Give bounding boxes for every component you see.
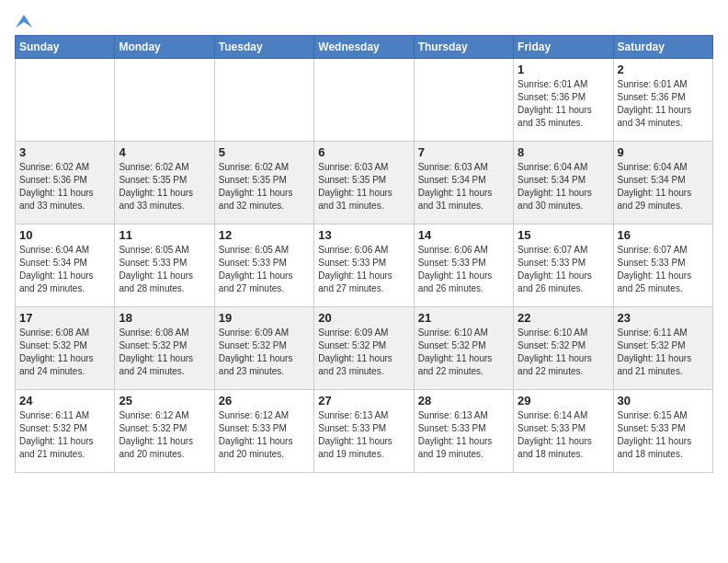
- calendar-header-monday: Monday: [115, 36, 214, 59]
- calendar-week-1: 1Sunrise: 6:01 AM Sunset: 5:36 PM Daylig…: [16, 59, 713, 142]
- calendar-cell: 17Sunrise: 6:08 AM Sunset: 5:32 PM Dayli…: [16, 307, 115, 390]
- day-number: 21: [418, 311, 509, 325]
- calendar-cell: 25Sunrise: 6:12 AM Sunset: 5:32 PM Dayli…: [115, 390, 214, 473]
- day-number: 9: [618, 145, 709, 159]
- calendar-cell: 15Sunrise: 6:07 AM Sunset: 5:33 PM Dayli…: [514, 224, 613, 307]
- logo-bird-icon: [16, 15, 32, 28]
- calendar-header-saturday: Saturday: [613, 36, 712, 59]
- day-number: 27: [318, 394, 409, 408]
- day-number: 16: [618, 228, 709, 242]
- calendar-cell: [16, 59, 115, 142]
- day-info: Sunrise: 6:12 AM Sunset: 5:32 PM Dayligh…: [119, 409, 210, 461]
- day-info: Sunrise: 6:08 AM Sunset: 5:32 PM Dayligh…: [119, 327, 210, 378]
- calendar-cell: 8Sunrise: 6:04 AM Sunset: 5:34 PM Daylig…: [514, 142, 613, 224]
- day-info: Sunrise: 6:04 AM Sunset: 5:34 PM Dayligh…: [19, 244, 110, 295]
- day-info: Sunrise: 6:06 AM Sunset: 5:33 PM Dayligh…: [418, 244, 509, 295]
- day-info: Sunrise: 6:02 AM Sunset: 5:36 PM Dayligh…: [19, 161, 110, 213]
- calendar-cell: 9Sunrise: 6:04 AM Sunset: 5:34 PM Daylig…: [613, 142, 712, 224]
- day-info: Sunrise: 6:04 AM Sunset: 5:34 PM Dayligh…: [618, 161, 709, 213]
- day-number: 15: [518, 228, 609, 242]
- calendar-cell: 12Sunrise: 6:05 AM Sunset: 5:33 PM Dayli…: [214, 224, 313, 307]
- day-info: Sunrise: 6:09 AM Sunset: 5:32 PM Dayligh…: [318, 327, 409, 378]
- calendar-header-thursday: Thursday: [414, 36, 513, 59]
- day-number: 7: [418, 145, 509, 159]
- calendar-header-sunday: Sunday: [16, 36, 115, 59]
- calendar-cell: [214, 59, 313, 142]
- day-info: Sunrise: 6:05 AM Sunset: 5:33 PM Dayligh…: [219, 244, 310, 295]
- calendar-cell: 18Sunrise: 6:08 AM Sunset: 5:32 PM Dayli…: [115, 307, 214, 390]
- day-info: Sunrise: 6:13 AM Sunset: 5:33 PM Dayligh…: [318, 409, 409, 461]
- day-number: 14: [418, 228, 509, 242]
- calendar-cell: 10Sunrise: 6:04 AM Sunset: 5:34 PM Dayli…: [16, 224, 115, 307]
- calendar-week-3: 10Sunrise: 6:04 AM Sunset: 5:34 PM Dayli…: [16, 224, 713, 307]
- day-number: 25: [119, 394, 210, 408]
- page-header: [15, 15, 713, 24]
- calendar-cell: 19Sunrise: 6:09 AM Sunset: 5:32 PM Dayli…: [214, 307, 313, 390]
- day-info: Sunrise: 6:02 AM Sunset: 5:35 PM Dayligh…: [219, 161, 310, 213]
- day-info: Sunrise: 6:14 AM Sunset: 5:33 PM Dayligh…: [518, 409, 609, 461]
- day-number: 6: [318, 145, 409, 159]
- day-info: Sunrise: 6:10 AM Sunset: 5:32 PM Dayligh…: [418, 327, 509, 378]
- calendar-header-friday: Friday: [514, 36, 613, 59]
- day-info: Sunrise: 6:10 AM Sunset: 5:32 PM Dayligh…: [518, 327, 609, 378]
- calendar-cell: [314, 59, 414, 142]
- calendar-week-4: 17Sunrise: 6:08 AM Sunset: 5:32 PM Dayli…: [16, 307, 713, 390]
- day-number: 22: [518, 311, 609, 325]
- day-number: 2: [618, 63, 709, 76]
- day-info: Sunrise: 6:01 AM Sunset: 5:36 PM Dayligh…: [618, 78, 709, 130]
- day-info: Sunrise: 6:15 AM Sunset: 5:33 PM Dayligh…: [618, 409, 709, 461]
- day-number: 18: [119, 311, 210, 325]
- svg-marker-0: [16, 15, 32, 28]
- day-info: Sunrise: 6:07 AM Sunset: 5:33 PM Dayligh…: [518, 244, 609, 295]
- day-number: 23: [618, 311, 709, 325]
- day-number: 13: [318, 228, 409, 242]
- day-number: 4: [119, 145, 210, 159]
- calendar-cell: 5Sunrise: 6:02 AM Sunset: 5:35 PM Daylig…: [214, 142, 313, 224]
- day-number: 10: [19, 228, 110, 242]
- calendar-cell: 28Sunrise: 6:13 AM Sunset: 5:33 PM Dayli…: [414, 390, 513, 473]
- day-number: 24: [19, 394, 110, 408]
- day-number: 5: [219, 145, 310, 159]
- day-number: 3: [19, 145, 110, 159]
- calendar-cell: 30Sunrise: 6:15 AM Sunset: 5:33 PM Dayli…: [613, 390, 712, 473]
- calendar-cell: [414, 59, 513, 142]
- day-number: 20: [318, 311, 409, 325]
- day-number: 19: [219, 311, 310, 325]
- day-number: 28: [418, 394, 509, 408]
- calendar-cell: 4Sunrise: 6:02 AM Sunset: 5:35 PM Daylig…: [115, 142, 214, 224]
- day-number: 17: [19, 311, 110, 325]
- calendar-cell: 2Sunrise: 6:01 AM Sunset: 5:36 PM Daylig…: [613, 59, 712, 142]
- calendar-cell: [115, 59, 214, 142]
- day-info: Sunrise: 6:11 AM Sunset: 5:32 PM Dayligh…: [19, 409, 110, 461]
- logo: [15, 15, 33, 24]
- calendar-week-2: 3Sunrise: 6:02 AM Sunset: 5:36 PM Daylig…: [16, 142, 713, 224]
- calendar-cell: 26Sunrise: 6:12 AM Sunset: 5:33 PM Dayli…: [214, 390, 313, 473]
- calendar-header-row: SundayMondayTuesdayWednesdayThursdayFrid…: [16, 36, 713, 59]
- calendar-cell: 23Sunrise: 6:11 AM Sunset: 5:32 PM Dayli…: [613, 307, 712, 390]
- calendar-cell: 13Sunrise: 6:06 AM Sunset: 5:33 PM Dayli…: [314, 224, 414, 307]
- day-info: Sunrise: 6:09 AM Sunset: 5:32 PM Dayligh…: [219, 327, 310, 378]
- day-number: 29: [518, 394, 609, 408]
- day-info: Sunrise: 6:12 AM Sunset: 5:33 PM Dayligh…: [219, 409, 310, 461]
- calendar-cell: 16Sunrise: 6:07 AM Sunset: 5:33 PM Dayli…: [613, 224, 712, 307]
- calendar-cell: 29Sunrise: 6:14 AM Sunset: 5:33 PM Dayli…: [514, 390, 613, 473]
- day-info: Sunrise: 6:02 AM Sunset: 5:35 PM Dayligh…: [119, 161, 210, 213]
- calendar-cell: 7Sunrise: 6:03 AM Sunset: 5:34 PM Daylig…: [414, 142, 513, 224]
- day-number: 1: [518, 63, 609, 76]
- calendar-cell: 21Sunrise: 6:10 AM Sunset: 5:32 PM Dayli…: [414, 307, 513, 390]
- calendar-cell: 24Sunrise: 6:11 AM Sunset: 5:32 PM Dayli…: [16, 390, 115, 473]
- calendar-header-wednesday: Wednesday: [314, 36, 414, 59]
- day-info: Sunrise: 6:06 AM Sunset: 5:33 PM Dayligh…: [318, 244, 409, 295]
- day-number: 30: [618, 394, 709, 408]
- calendar-cell: 22Sunrise: 6:10 AM Sunset: 5:32 PM Dayli…: [514, 307, 613, 390]
- day-info: Sunrise: 6:05 AM Sunset: 5:33 PM Dayligh…: [119, 244, 210, 295]
- day-info: Sunrise: 6:04 AM Sunset: 5:34 PM Dayligh…: [518, 161, 609, 213]
- day-info: Sunrise: 6:03 AM Sunset: 5:34 PM Dayligh…: [418, 161, 509, 213]
- calendar-cell: 27Sunrise: 6:13 AM Sunset: 5:33 PM Dayli…: [314, 390, 414, 473]
- calendar-cell: 11Sunrise: 6:05 AM Sunset: 5:33 PM Dayli…: [115, 224, 214, 307]
- day-info: Sunrise: 6:03 AM Sunset: 5:35 PM Dayligh…: [318, 161, 409, 213]
- calendar-week-5: 24Sunrise: 6:11 AM Sunset: 5:32 PM Dayli…: [16, 390, 713, 473]
- calendar-cell: 14Sunrise: 6:06 AM Sunset: 5:33 PM Dayli…: [414, 224, 513, 307]
- day-number: 12: [219, 228, 310, 242]
- day-info: Sunrise: 6:07 AM Sunset: 5:33 PM Dayligh…: [618, 244, 709, 295]
